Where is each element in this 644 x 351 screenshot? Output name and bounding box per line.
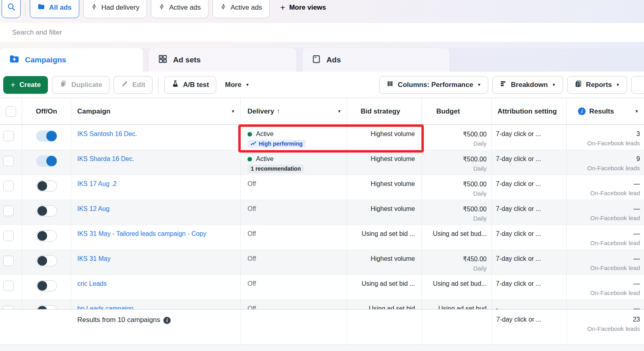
budget-cell: Using ad set bud... [422, 275, 492, 299]
search-views-button[interactable] [2, 0, 21, 18]
view-button-had-delivery-1[interactable]: Had delivery [83, 0, 147, 18]
campaign-cell: IKS Santosh 16 Dec. [71, 125, 241, 150]
more-views-button[interactable]: + More views [274, 0, 332, 18]
row-toggle[interactable] [36, 255, 57, 266]
reports-icon [574, 80, 582, 90]
search-filter-bar[interactable]: Search and filter [0, 23, 644, 42]
results-cell: — On-Facebook lead [567, 225, 644, 250]
ads-page-icon [312, 54, 321, 66]
info-icon[interactable]: i [578, 107, 586, 115]
folder-icon [37, 3, 45, 12]
row-toggle-cell [22, 200, 71, 225]
toggle-knob [46, 131, 57, 141]
results-sub: On-Facebook lead [567, 190, 640, 196]
row-toggle[interactable] [36, 280, 57, 291]
column-header-attribution[interactable]: Attribution setting [492, 98, 567, 124]
delivery-status: Off [248, 280, 347, 287]
campaign-cell: IKS 17 Aug .2 [71, 175, 241, 200]
row-checkbox[interactable] [3, 156, 14, 166]
ab-test-button[interactable]: A/B test [164, 76, 216, 94]
campaign-link[interactable]: cric Leads [77, 280, 107, 287]
row-checkbox[interactable] [3, 131, 14, 141]
active-status-dot [248, 132, 252, 136]
campaign-link[interactable]: IKS 31 May [77, 255, 111, 262]
results-value: — [567, 255, 640, 262]
results-value: 9 [567, 155, 640, 163]
more-button[interactable]: More ▼ [220, 76, 254, 94]
tab-ads[interactable]: Ads [303, 48, 449, 72]
campaign-link[interactable]: IKS Santosh 16 Dec. [77, 130, 137, 137]
tab-ad-sets-label: Ad sets [173, 56, 201, 64]
summary-empty-cell [241, 310, 347, 345]
columns-button[interactable]: Columns: Performance ▼ [379, 76, 488, 94]
table-row: IKS 12 Aug Off Highest volume ₹500.00 Da… [0, 200, 644, 225]
overflow-button-partial[interactable] [631, 76, 644, 94]
row-toggle[interactable] [36, 155, 57, 167]
delivery-badge[interactable]: High performing [248, 140, 306, 148]
budget-sub: Daily [422, 215, 487, 222]
bid-strategy-cell: Highest volume [347, 200, 422, 225]
breakdown-button[interactable]: Breakdown ▼ [492, 76, 563, 94]
row-toggle[interactable] [36, 230, 57, 242]
edit-button[interactable]: Edit [114, 76, 153, 94]
bid-strategy-value: Highest volume [371, 205, 415, 212]
create-label: Create [19, 81, 41, 89]
delivery-status-text: Active [256, 155, 274, 163]
views-divider [25, 2, 25, 16]
delivery-cell: Off [241, 250, 347, 275]
campaign-link[interactable]: IKS 17 Aug .2 [77, 180, 117, 187]
row-toggle-cell [22, 250, 71, 275]
column-header-budget[interactable]: Budget [422, 98, 492, 124]
budget-sub: Daily [422, 165, 487, 172]
delivery-badge[interactable]: 1 recommendation [248, 165, 304, 173]
row-checkbox[interactable] [3, 231, 14, 241]
bid-strategy-cell: Highest volume [347, 150, 422, 175]
duplicate-button[interactable]: Duplicate [52, 76, 109, 94]
table-summary-row: Results from 10 campaigns i 7-day click … [0, 309, 644, 345]
budget-value: ₹500.00 [422, 205, 487, 213]
chevron-down-icon: ▼ [477, 83, 481, 87]
tab-campaigns-label: Campaigns [25, 56, 66, 64]
delivery-cell: Active High performing [241, 125, 347, 150]
row-toggle[interactable] [36, 180, 57, 192]
bid-strategy-cell: Using ad set bid ... [347, 225, 422, 250]
results-value: 3 [567, 130, 640, 138]
results-sub: On-Facebook leads [567, 140, 640, 147]
bid-strategy-value: Highest volume [371, 180, 415, 187]
create-button[interactable]: + Create [3, 76, 48, 94]
row-checkbox[interactable] [3, 206, 14, 216]
row-toggle[interactable] [36, 130, 57, 142]
campaign-link[interactable]: IKS 12 Aug [77, 205, 109, 212]
campaign-cell: cric Leads [71, 275, 241, 299]
tab-campaigns[interactable]: Campaigns [0, 48, 143, 72]
select-all-checkbox[interactable] [6, 106, 16, 117]
column-header-results[interactable]: i Results ▼ [567, 98, 644, 124]
row-toggle[interactable] [36, 205, 57, 217]
reports-button[interactable]: Reports ▼ [567, 76, 627, 94]
delivery-cell: Off [241, 225, 347, 250]
view-button-all-ads-0[interactable]: All ads [30, 0, 79, 18]
tab-ad-sets[interactable]: Ad sets [149, 48, 296, 72]
row-toggle-cell [22, 225, 71, 250]
delivery-status-text: Off [248, 255, 256, 262]
row-checkbox[interactable] [3, 181, 14, 191]
column-header-bid-strategy[interactable]: Bid strategy [347, 98, 422, 124]
row-select-cell [0, 250, 22, 275]
column-header-campaign[interactable]: Campaign ▼ [71, 98, 241, 124]
table-row: IKS 31 May Off Highest volume ₹450.00 Da… [0, 250, 644, 275]
table-row: cric Leads Off Using ad set bid ... Usin… [0, 275, 644, 300]
edit-label: Edit [132, 81, 145, 89]
column-header-delivery[interactable]: Delivery ↑ ▼ [241, 98, 347, 124]
results-sub: On-Facebook lead [567, 289, 640, 296]
view-button-active-ads-3[interactable]: Active ads [213, 0, 270, 18]
campaign-link[interactable]: IKS 31 May - Tailored leads campaign - C… [77, 230, 206, 237]
duplicate-icon [59, 80, 67, 90]
toggle-knob [37, 281, 47, 291]
campaign-link[interactable]: IKS Sharda 16 Dec. [77, 155, 134, 162]
results-header-label: Results [589, 107, 614, 116]
row-checkbox[interactable] [3, 281, 14, 291]
info-icon[interactable]: i [163, 317, 171, 324]
summary-empty-cell [0, 310, 22, 345]
view-button-active-ads-2[interactable]: Active ads [151, 0, 208, 18]
row-checkbox[interactable] [3, 256, 14, 266]
